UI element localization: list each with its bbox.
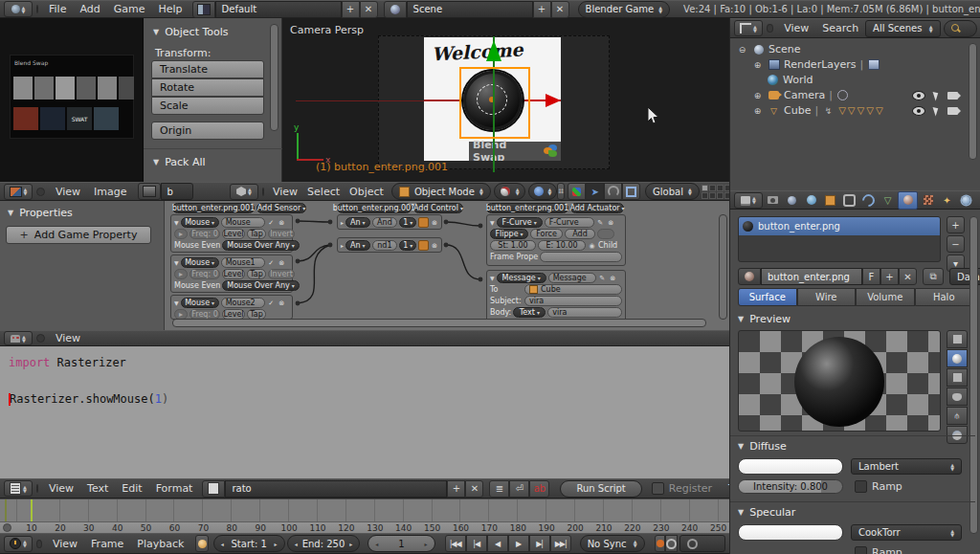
frame-end-field[interactable]: ◂End: 250▸ (287, 535, 361, 552)
y-axis-arrow-icon[interactable] (486, 40, 501, 61)
diffuse-shader-select[interactable]: Lambert▲▼ (851, 458, 962, 475)
tab-wire[interactable]: Wire (797, 288, 857, 306)
frame-start-field[interactable]: ◂Start: 1▸ (213, 535, 285, 552)
header-collapse-dot[interactable] (262, 188, 264, 196)
diffuse-color-swatch[interactable] (738, 458, 843, 475)
preview-sphere-icon[interactable] (947, 349, 968, 367)
prev-keyframe-icon[interactable]: |◀ (466, 535, 487, 552)
text-datablock-icon[interactable] (202, 480, 225, 498)
slot-add-icon[interactable]: + (947, 216, 965, 233)
menu-file[interactable]: File (42, 3, 73, 15)
ghost-icon[interactable] (195, 535, 208, 552)
selectability-cursor-icon[interactable] (933, 105, 941, 116)
material-browse-icon[interactable] (738, 268, 761, 285)
preview-panel-header[interactable]: ▼Preview (738, 313, 791, 325)
view3d-menu-select[interactable]: Select (302, 186, 345, 198)
text-menu-edit[interactable]: Edit (115, 482, 148, 495)
preview-cube-icon[interactable] (947, 368, 968, 387)
material-slot-item[interactable]: button_enter.png (739, 217, 940, 235)
diffuse-intensity-slider[interactable]: Intensity: 0.800 (738, 479, 843, 494)
preview-monkey-icon[interactable] (947, 388, 968, 406)
mode-select[interactable]: Object Mode▲▼ (391, 183, 491, 200)
logic-menu-view[interactable]: View (49, 332, 87, 344)
image-editor-type-button[interactable]: ▲▼ (4, 184, 33, 200)
logic-editor-area[interactable]: button_enter.png.001 Add Sensor▾ button_… (165, 201, 729, 330)
tool-shelf-scrollbar[interactable] (270, 24, 278, 131)
pivot-select[interactable]: ▲▼ (528, 183, 558, 200)
logic-hscrollbar[interactable] (172, 319, 706, 327)
expand-icon[interactable]: ⊕ (751, 59, 764, 71)
preview-hair-icon[interactable]: ⫛ (947, 407, 968, 425)
screen-layout-close-icon[interactable]: ✕ (360, 1, 378, 18)
outliner-editor-type-button[interactable]: ▲▼ (734, 20, 763, 36)
view3d-editor-type-button[interactable]: ▲▼ (230, 184, 258, 200)
scale-button[interactable]: Scale (151, 97, 264, 115)
pack-all-panel-header[interactable]: ▼Pack All (153, 156, 206, 168)
renderability-camera-icon[interactable] (947, 92, 958, 100)
text-menu-view[interactable]: View (42, 482, 80, 495)
screen-layout-add-icon[interactable]: + (342, 1, 360, 18)
diffuse-panel-header[interactable]: ▼Diffuse (738, 440, 787, 453)
specular-color-swatch[interactable] (738, 524, 843, 541)
outliner-row-world[interactable]: World (767, 74, 813, 86)
manipulator-translate-icon[interactable]: ➤ (586, 183, 604, 200)
tab-world-icon[interactable] (802, 192, 820, 209)
run-script-button[interactable]: Run Script (560, 480, 641, 498)
timeline-ruler-area[interactable]: 1020304050607080901001101201301401501601… (0, 499, 729, 533)
timeline-menu-frame[interactable]: Frame (84, 538, 130, 550)
scene-icon[interactable] (384, 1, 407, 18)
visibility-eye-icon[interactable] (912, 91, 925, 100)
manipulator-axes-icon[interactable] (568, 183, 586, 200)
nodes-toggle-icon[interactable]: ⧉ (923, 268, 944, 285)
view3d-menu-object[interactable]: Object (345, 186, 389, 198)
keying-set-icon[interactable] (665, 535, 678, 552)
x-axis-arrow-icon[interactable] (546, 94, 561, 107)
text-editor-body[interactable]: import Rasterizer Rasterizer.showMouse(1… (0, 346, 729, 478)
play-reverse-icon[interactable]: ◀ (487, 535, 508, 552)
pivot-align-icon[interactable]: ⌗ (557, 183, 565, 200)
menu-add[interactable]: Add (73, 3, 106, 15)
material-add-icon[interactable]: + (880, 268, 899, 285)
tab-modifiers-icon[interactable] (859, 192, 878, 209)
engine-select[interactable]: Blender Game▲▼ (578, 1, 671, 18)
text-menu-text[interactable]: Text (80, 482, 115, 495)
diffuse-ramp-checkbox[interactable]: Ramp (855, 480, 902, 493)
header-collapse-dot[interactable] (36, 5, 38, 13)
origin-button[interactable]: Origin (151, 122, 264, 140)
logic-vscrollbar[interactable] (719, 214, 727, 320)
tab-volume[interactable]: Volume (856, 288, 915, 306)
outliner-search-input[interactable] (944, 20, 977, 37)
tab-halo[interactable]: Halo (915, 288, 974, 306)
outliner-scrollbar[interactable] (969, 43, 977, 160)
editor-type-button[interactable]: ▲▼ (4, 1, 33, 17)
ruler-scroll-handle[interactable] (3, 523, 11, 532)
preview-flat-icon[interactable] (947, 330, 968, 348)
word-wrap-toggle-icon[interactable]: ⏎ (509, 480, 529, 498)
header-collapse-dot[interactable] (36, 484, 38, 493)
line-numbers-toggle-icon[interactable]: ≣ (489, 480, 509, 498)
logic-editor-type-button[interactable]: ▲▼ (4, 331, 33, 345)
screen-layout-icon[interactable] (192, 1, 215, 18)
timeline-menu-playback[interactable]: Playback (130, 538, 190, 550)
syntax-highlight-toggle-icon[interactable]: ab (529, 480, 549, 498)
play-icon[interactable]: ▶ (508, 535, 529, 552)
text-datablock-name[interactable]: rato (225, 480, 447, 498)
tab-render-icon[interactable] (764, 192, 782, 209)
specular-shader-select[interactable]: CookTorr▲▼ (851, 524, 962, 541)
tab-material-icon[interactable] (898, 191, 918, 210)
viewport-3d[interactable]: Camera Persp Welcome Blend Swap (282, 18, 729, 182)
tab-surface[interactable]: Surface (738, 288, 797, 306)
specular-ramp-checkbox[interactable]: Ramp (855, 546, 902, 554)
header-collapse-dot[interactable] (767, 24, 773, 33)
sync-select[interactable]: No Sync▲▼ (580, 535, 645, 552)
timeline-ruler-numbers[interactable]: 1020304050607080901001101201301401501601… (0, 521, 729, 533)
selectability-cursor-icon[interactable] (933, 90, 941, 100)
current-frame-field[interactable]: ◂1▸ (368, 535, 434, 552)
current-frame-line[interactable] (31, 499, 33, 521)
image-menu-view[interactable]: View (49, 186, 87, 198)
next-keyframe-icon[interactable]: ▶| (529, 535, 550, 552)
tab-object-icon[interactable] (821, 192, 839, 209)
keying-set-field[interactable] (679, 535, 725, 552)
add-game-property-button[interactable]: +Add Game Property (6, 226, 151, 244)
expand-icon[interactable]: ⊕ (751, 105, 764, 117)
